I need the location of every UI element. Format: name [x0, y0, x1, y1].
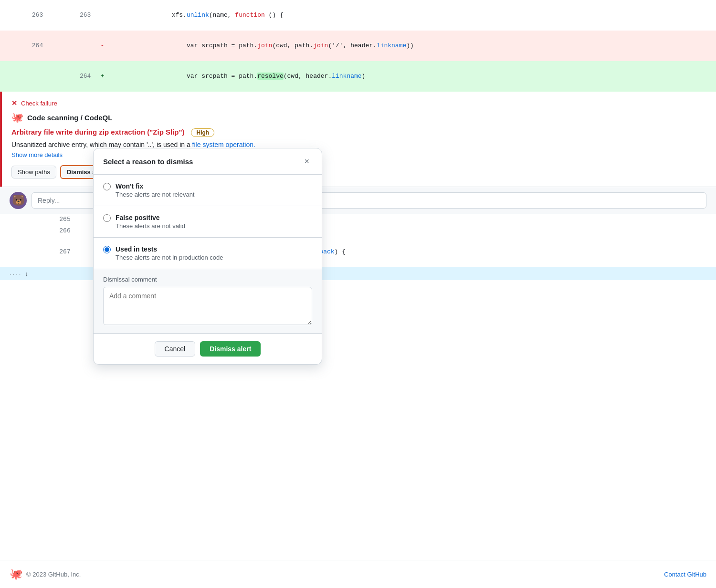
wont-fix-title: Won't fix: [116, 182, 194, 190]
diff-row-263: 263 263 xfs.unlink(name, function () {: [0, 0, 716, 31]
alert-title-row: Arbitrary file write during zip extracti…: [11, 128, 706, 137]
false-positive-desc: These alerts are not valid: [116, 222, 185, 230]
used-in-tests-title: Used in tests: [116, 245, 223, 253]
alert-description: Unsanitized archive entry, which may con…: [11, 141, 706, 148]
severity-badge: High: [191, 128, 214, 137]
x-icon: ✕: [11, 99, 17, 107]
footer-left: 🐙 © 2023 GitHub, Inc.: [10, 568, 81, 580]
diff-code-deleted: var srcpath = path.join(cwd, path.join('…: [122, 31, 716, 61]
diff-table: 263 263 xfs.unlink(name, function () { 2…: [0, 0, 716, 92]
check-failure-label: Check failure: [21, 100, 57, 107]
scanning-label: Code scanning / CodeQL: [27, 114, 112, 122]
dismiss-confirm-button[interactable]: Dismiss alert: [200, 341, 261, 357]
diff-row-264-deleted: 264 - var srcpath = path.join(cwd, path.…: [0, 31, 716, 61]
line-num-left: [0, 61, 48, 92]
github-logo-icon: 🐙: [10, 568, 22, 580]
radio-label-wont-fix[interactable]: Won't fix These alerts are not relevant: [103, 182, 312, 198]
dismissal-comment-section: Dismissal comment: [94, 269, 322, 333]
alert-title: Arbitrary file write during zip extracti…: [11, 128, 185, 136]
radio-label-false-positive[interactable]: False positive These alerts are not vali…: [103, 214, 312, 230]
radio-option-used-in-tests: Used in tests These alerts are not in pr…: [94, 238, 322, 269]
expand-dots: ····: [10, 270, 22, 277]
contact-github-link[interactable]: Contact GitHub: [664, 571, 706, 578]
radio-option-false-positive: False positive These alerts are not vali…: [94, 206, 322, 238]
modal-close-button[interactable]: ×: [301, 156, 312, 167]
modal-body: Won't fix These alerts are not relevant …: [94, 175, 322, 269]
show-paths-button[interactable]: Show paths: [11, 166, 56, 178]
scanning-title: 🐙 Code scanning / CodeQL: [11, 112, 706, 123]
line-num-right: 263: [48, 0, 95, 31]
cancel-button[interactable]: Cancel: [155, 341, 196, 357]
radio-false-positive[interactable]: [103, 214, 111, 222]
modal-footer: Cancel Dismiss alert: [94, 333, 322, 364]
avatar: 🐻: [10, 192, 27, 209]
dismissal-comment-label: Dismissal comment: [103, 276, 312, 283]
line-num-left: 263: [0, 0, 48, 31]
radio-used-in-tests[interactable]: [103, 246, 111, 253]
comment-textarea[interactable]: [103, 287, 312, 325]
dismiss-modal: Select a reason to dismiss × Won't fix T…: [93, 148, 322, 365]
line-num-right: 264: [48, 61, 95, 92]
check-failure-header: ✕ Check failure: [11, 99, 706, 107]
false-positive-title: False positive: [116, 214, 185, 221]
description-text: Unsanitized archive entry, which may con…: [11, 141, 190, 148]
radio-option-wont-fix: Won't fix These alerts are not relevant: [94, 175, 322, 206]
expand-arrow-icon: ↓: [25, 270, 28, 277]
line-num-left: 264: [0, 31, 48, 61]
diff-code-added: var srcpath = path.resolve(cwd, header.l…: [122, 61, 716, 92]
copyright: © 2023 GitHub, Inc.: [26, 571, 81, 578]
radio-label-used-in-tests[interactable]: Used in tests These alerts are not in pr…: [103, 245, 312, 261]
line-num-right: [48, 31, 95, 61]
page-footer: 🐙 © 2023 GitHub, Inc. Contact GitHub: [0, 560, 716, 588]
diff-code: xfs.unlink(name, function () {: [122, 0, 716, 31]
modal-header: Select a reason to dismiss ×: [94, 148, 322, 175]
used-in-tests-desc: These alerts are not in production code: [116, 254, 223, 261]
wont-fix-desc: These alerts are not relevant: [116, 191, 194, 198]
description-link[interactable]: file system operation.: [192, 141, 255, 148]
github-octocat-icon: 🐙: [11, 112, 23, 123]
diff-row-264-added: 264 + var srcpath = path.resolve(cwd, he…: [0, 61, 716, 92]
radio-wont-fix[interactable]: [103, 183, 111, 190]
modal-title: Select a reason to dismiss: [103, 158, 193, 166]
